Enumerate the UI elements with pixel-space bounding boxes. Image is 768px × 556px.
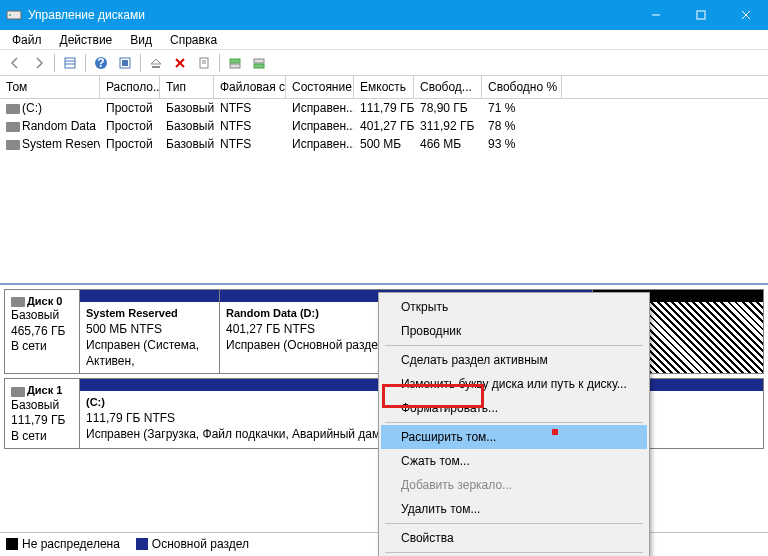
col-layout[interactable]: Располо... — [100, 76, 160, 98]
ctx-shrink-volume[interactable]: Сжать том... — [381, 449, 647, 473]
annotation-marker — [552, 429, 558, 435]
svg-text:?: ? — [97, 56, 104, 70]
menu-file[interactable]: Файл — [4, 31, 50, 49]
legend-swatch-primary — [136, 538, 148, 550]
maximize-button[interactable] — [678, 0, 723, 30]
eject-button[interactable] — [145, 52, 167, 74]
window-title: Управление дисками — [28, 8, 633, 22]
properties-button[interactable] — [193, 52, 215, 74]
menu-action[interactable]: Действие — [52, 31, 121, 49]
svg-rect-22 — [254, 64, 264, 68]
svg-rect-20 — [230, 64, 240, 68]
view-list-button[interactable] — [59, 52, 81, 74]
app-icon — [6, 7, 22, 23]
disk-top-button[interactable] — [224, 52, 246, 74]
col-percent[interactable]: Свободно % — [482, 76, 562, 98]
drive-icon — [6, 104, 20, 114]
legend-swatch-unallocated — [6, 538, 18, 550]
disk-icon — [11, 387, 25, 397]
context-menu: Открыть Проводник Сделать раздел активны… — [378, 292, 650, 556]
svg-rect-3 — [697, 11, 705, 19]
disk-label[interactable]: Диск 1 Базовый 111,79 ГБ В сети — [5, 379, 80, 448]
help-button[interactable]: ? — [90, 52, 112, 74]
ctx-change-letter[interactable]: Изменить букву диска или путь к диску... — [381, 372, 647, 396]
col-type[interactable]: Тип — [160, 76, 214, 98]
forward-button[interactable] — [28, 52, 50, 74]
disk-bottom-button[interactable] — [248, 52, 270, 74]
ctx-delete-volume[interactable]: Удалить том... — [381, 497, 647, 521]
ctx-format[interactable]: Форматировать... — [381, 396, 647, 420]
close-button[interactable] — [723, 0, 768, 30]
svg-rect-21 — [254, 59, 264, 63]
menu-view[interactable]: Вид — [122, 31, 160, 49]
ctx-open[interactable]: Открыть — [381, 295, 647, 319]
volume-header: Том Располо... Тип Файловая с... Состоян… — [0, 76, 768, 99]
svg-rect-12 — [122, 60, 128, 66]
col-capacity[interactable]: Емкость — [354, 76, 414, 98]
delete-button[interactable] — [169, 52, 191, 74]
ctx-properties[interactable]: Свойства — [381, 526, 647, 550]
ctx-explorer[interactable]: Проводник — [381, 319, 647, 343]
volume-row[interactable]: System Reserved Простой Базовый NTFS Исп… — [0, 135, 768, 153]
ctx-make-active[interactable]: Сделать раздел активным — [381, 348, 647, 372]
svg-rect-6 — [65, 58, 75, 68]
menubar: Файл Действие Вид Справка — [0, 30, 768, 50]
col-free[interactable]: Свобод... — [414, 76, 482, 98]
menu-help[interactable]: Справка — [162, 31, 225, 49]
svg-point-1 — [9, 14, 11, 16]
drive-icon — [6, 140, 20, 150]
volume-row[interactable]: Random Data (D:) Простой Базовый NTFS Ис… — [0, 117, 768, 135]
partition-stripe — [80, 290, 219, 302]
drive-icon — [6, 122, 20, 132]
refresh-button[interactable] — [114, 52, 136, 74]
back-button[interactable] — [4, 52, 26, 74]
toolbar: ? — [0, 50, 768, 76]
svg-rect-19 — [230, 59, 240, 63]
col-filesystem[interactable]: Файловая с... — [214, 76, 286, 98]
volume-row[interactable]: (C:) Простой Базовый NTFS Исправен... 11… — [0, 99, 768, 117]
col-state[interactable]: Состояние — [286, 76, 354, 98]
partition-system-reserved[interactable]: System Reserved500 МБ NTFSИсправен (Сист… — [80, 290, 220, 373]
disk-label[interactable]: Диск 0 Базовый 465,76 ГБ В сети — [5, 290, 80, 373]
disk-icon — [11, 297, 25, 307]
minimize-button[interactable] — [633, 0, 678, 30]
ctx-add-mirror: Добавить зеркало... — [381, 473, 647, 497]
titlebar: Управление дисками — [0, 0, 768, 30]
ctx-extend-volume[interactable]: Расширить том... — [381, 425, 647, 449]
col-volume[interactable]: Том — [0, 76, 100, 98]
volume-list: Том Располо... Тип Файловая с... Состоян… — [0, 76, 768, 285]
